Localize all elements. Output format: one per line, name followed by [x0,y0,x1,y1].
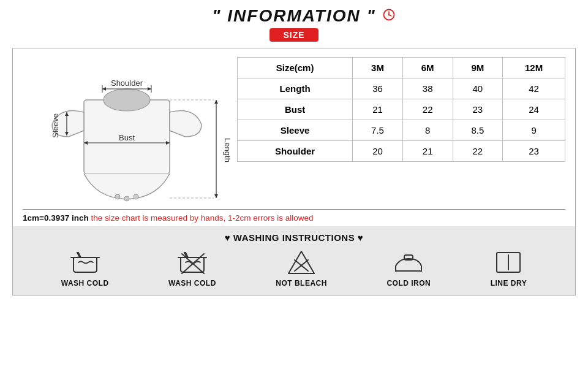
table-cell: 42 [503,78,565,99]
table-cell: 21 [353,99,403,120]
note-bold: 1cm=0.3937 inch [23,213,89,223]
table-cell: 8.5 [453,120,503,141]
wash-item-2: WASH COLD [168,249,216,288]
washing-icons: WASH COLD WASH COLD [19,249,569,288]
table-cell: 36 [353,78,403,99]
col-header-9m: 9M [453,58,503,78]
table-cell: 21 [402,141,453,162]
table-row-label: Length [238,78,353,99]
main-box: Shoulder Sleeve Bust Length [12,48,576,295]
svg-point-5 [104,89,150,111]
table-row-label: Shoulder [238,141,353,162]
table-cell: 23 [503,141,565,162]
size-table: Size(cm) 3M 6M 9M 12M Length36384042Bust… [237,57,565,204]
svg-text:Bust: Bust [119,133,135,142]
col-header-6m: 6M [402,58,453,78]
not-bleach-icon [285,249,318,276]
note-red: the size chart is measured by hands, 1-2… [89,213,314,223]
table-cell: 9 [503,120,565,141]
col-header-size: Size(cm) [238,58,353,78]
clock-icon [383,9,395,21]
svg-point-3 [388,14,390,15]
wash-cold-cross-icon [176,249,209,276]
table-cell: 40 [453,78,503,99]
svg-marker-10 [102,87,106,91]
note-line: 1cm=0.3937 inch the size chart is measur… [23,209,565,226]
table-cell: 23 [453,99,503,120]
table-cell: 22 [453,141,503,162]
svg-text:Shoulder: Shoulder [111,78,143,88]
table-cell: 7.5 [353,120,403,141]
wash-item-1: WASH COLD [61,249,109,288]
wash-item-4: COLD IRON [386,249,431,288]
svg-text:Length: Length [223,138,231,162]
col-header-3m: 3M [353,58,403,78]
cold-iron-icon [392,249,425,276]
wash-label-3: NOT BLEACH [276,279,327,288]
table-cell: 20 [353,141,403,162]
wash-label-5: LINE DRY [491,279,527,288]
table-cell: 8 [402,120,453,141]
garment-diagram: Shoulder Sleeve Bust Length [23,57,231,204]
svg-point-8 [134,194,138,199]
line-dry-icon [492,249,525,276]
table-cell: 24 [503,99,565,120]
wash-label-1: WASH COLD [61,279,109,288]
svg-marker-24 [214,100,218,104]
washing-section: ♥ WASHING INSTRUCTIONS ♥ WASH COLD [13,226,575,295]
svg-text:Sleeve: Sleeve [51,113,60,138]
washing-title: ♥ WASHING INSTRUCTIONS ♥ [19,232,569,243]
wash-cold-icon [69,249,102,276]
size-badge: SIZE [270,28,318,42]
wash-label-4: COLD IRON [386,279,431,288]
top-section: Shoulder Sleeve Bust Length [23,57,565,204]
wash-item-3: NOT BLEACH [276,249,327,288]
svg-point-7 [124,196,129,201]
wash-item-5: LINE DRY [491,249,527,288]
svg-marker-25 [214,194,218,198]
header: " INFORMATION " SIZE [12,6,576,42]
table-cell: 38 [402,78,453,99]
svg-marker-11 [148,87,151,91]
page-title: " INFORMATION " [212,6,376,26]
col-header-12m: 12M [503,58,565,78]
table-row-label: Sleeve [238,120,353,141]
table-cell: 22 [402,99,453,120]
table-row-label: Bust [238,99,353,120]
svg-point-6 [115,194,120,199]
wash-label-2: WASH COLD [168,279,216,288]
